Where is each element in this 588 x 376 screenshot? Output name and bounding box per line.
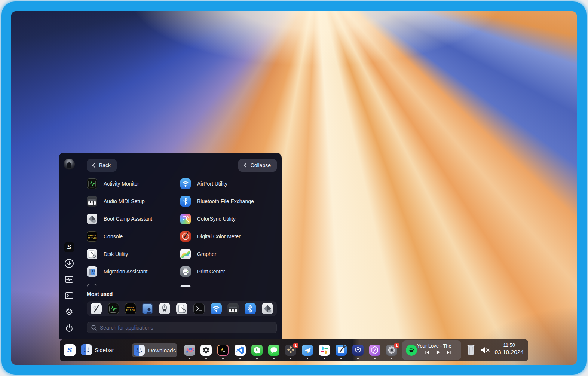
running-indicator [273,358,275,359]
terminal-icon[interactable] [193,303,205,314]
notification-badge: 1 [394,343,399,348]
sidebar-window-label[interactable]: Sidebar [95,347,114,353]
sidebar-item-activity[interactable] [64,274,74,285]
boot-camp-icon[interactable] [262,303,273,314]
dock-system-settings[interactable]: 1 [386,345,397,356]
clock-time: 11:50 [494,342,524,348]
dock-warp-terminal[interactable] [217,345,229,356]
running-indicator [340,358,342,359]
xcode-icon [336,345,347,356]
screen-user-app-icon[interactable] [142,303,153,314]
app-digital-color-meter[interactable]: Digital Color Meter [180,231,277,242]
most-used-heading: Most used [87,291,277,297]
most-used-row: WARNIN RF 7:36 [87,301,277,316]
running-indicator [256,358,258,359]
launcher-main: Back Collapse Activity Monitor AirPort U… [80,153,282,339]
app-label: Bluetooth File Exchange [197,198,254,204]
running-indicator [205,358,207,359]
previous-track-button[interactable] [425,350,430,355]
disk-utility-icon [87,249,97,259]
user-avatar[interactable] [64,159,75,170]
app-bluetooth-file-exchange[interactable]: Bluetooth File Exchange [180,196,277,207]
airport-utility-icon[interactable] [211,303,222,314]
sidebar-item-terminal[interactable] [64,290,74,301]
sidebar-item-power[interactable] [64,322,74,333]
clipped-app-icon [180,285,191,287]
next-track-button[interactable] [446,350,451,355]
bluetooth-icon[interactable] [245,303,256,314]
dock-chatgpt[interactable] [200,345,212,356]
search-icon [91,325,97,331]
trash-button[interactable] [466,343,476,358]
back-button[interactable]: Back [87,159,117,172]
search-bar [87,322,277,333]
audio-midi-setup-icon[interactable] [227,303,239,314]
dock-paint-app[interactable] [184,345,195,356]
activity-icon [64,274,74,285]
volume-muted-button[interactable] [480,346,491,356]
dock-slack[interactable] [319,345,330,356]
bluetooth-icon [180,196,191,207]
pen-tool-app-icon[interactable] [91,303,102,314]
app-label: Disk Utility [104,251,128,257]
colorsync-icon [180,214,191,224]
sidebar-item-settings[interactable] [64,306,74,317]
downloads-window-label: Downloads [148,347,176,354]
chevron-left-icon [243,163,247,168]
dock-messages[interactable] [268,345,279,356]
app-boot-camp-assistant[interactable]: Boot Camp Assistant [87,214,180,224]
collapse-label: Collapse [251,162,271,168]
app-activity-monitor[interactable]: Activity Monitor [87,178,180,189]
launcher-button[interactable]: S [64,344,76,356]
warp-terminal-icon [217,345,229,356]
desktop: S [11,11,577,365]
console-icon: WARNIN RF 7:36 [87,231,97,242]
collapse-button[interactable]: Collapse [238,159,277,172]
app-label: Audio MIDI Setup [104,198,145,204]
app-disk-utility[interactable]: Disk Utility [87,249,180,259]
sidebar-item-downloads[interactable] [64,258,74,269]
app-print-center[interactable]: Print Center [180,266,277,277]
whatsapp-icon [251,345,263,356]
caliper-tool-app-icon[interactable] [159,303,170,314]
app-label: Migration Assistant [104,269,148,275]
play-button[interactable] [436,350,440,355]
downloads-window-button[interactable]: Downloads [132,343,177,357]
dock-affinity-photo[interactable] [369,345,380,356]
dock-spark-mail[interactable] [302,345,313,356]
running-indicator [222,358,224,359]
console-icon[interactable]: WARNIN RF 7:36 [125,303,136,314]
app-console[interactable]: WARNIN RF 7:36 Console [87,231,180,242]
taskbar-clock: 11:50 03.10.2024 [494,342,524,355]
chevron-left-icon [91,163,96,168]
trash-icon [466,343,476,357]
print-center-icon [180,266,191,277]
running-indicator [391,358,392,359]
app-grapher[interactable]: Grapher [180,249,277,259]
running-indicator [239,358,241,359]
audio-midi-setup-icon [87,196,97,207]
search-input[interactable] [100,325,273,331]
app-colorsync-utility[interactable]: ColorSync Utility [180,214,277,224]
spotify-icon[interactable] [406,345,417,356]
app-audio-midi-setup[interactable]: Audio MIDI Setup [87,196,180,207]
app-migration-assistant[interactable]: Migration Assistant [87,266,180,277]
dock-setapp[interactable]: 1 [285,345,296,356]
grapher-icon [180,249,191,259]
sidebar-item-launcher-logo[interactable]: S [64,242,74,253]
running-indicator [374,358,376,359]
dock-3d-viewer[interactable] [352,345,364,356]
app-label: Boot Camp Assistant [104,216,152,222]
activity-monitor-icon[interactable] [108,303,119,314]
vscode-icon [235,345,246,356]
app-airport-utility[interactable]: AirPort Utility [180,178,277,189]
running-indicator [324,358,325,359]
launcher-sidebar: S [59,153,80,339]
dock-xcode[interactable] [336,345,347,356]
disk-utility-icon[interactable] [176,303,187,314]
volume-muted-icon [480,346,491,355]
dock-whatsapp[interactable] [251,345,263,356]
dock-vscode[interactable] [235,345,246,356]
app-label: Console [104,233,123,239]
finder-sidebar-icon[interactable] [81,344,92,355]
